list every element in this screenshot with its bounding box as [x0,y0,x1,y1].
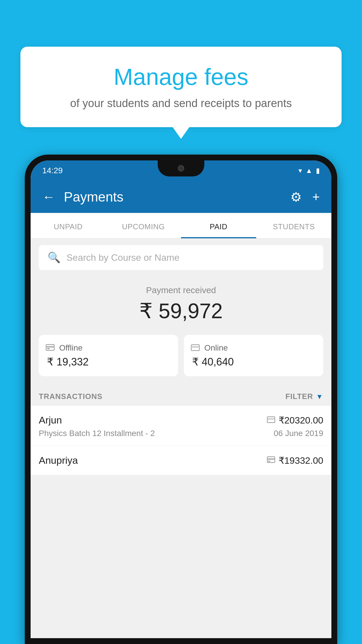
status-time: 14:29 [42,166,63,175]
wifi-icon: ▾ [298,167,302,175]
online-icon [191,343,200,353]
settings-icon[interactable]: ⚙ [290,190,302,204]
app-bar-icons: ⚙ + [290,190,320,204]
search-box[interactable]: 🔍 Search by Course or Name [39,245,323,270]
tabs: UNPAID UPCOMING PAID STUDENTS [31,213,331,239]
svg-rect-4 [191,346,199,348]
bubble-subtitle: of your students and send receipts to pa… [35,96,327,111]
payment-received-amount: ₹ 59,972 [39,299,323,323]
online-card: Online ₹ 40,640 [184,335,323,376]
search-input[interactable]: Search by Course or Name [66,252,180,263]
status-icons: ▾ ▲ ▮ [298,167,320,175]
svg-rect-1 [46,346,54,348]
tab-upcoming[interactable]: UPCOMING [106,213,181,238]
notch [158,160,204,176]
transaction-row: Arjun ₹20320.00 Physics Batch 12 Install… [31,406,331,446]
search-icon: 🔍 [48,251,61,264]
payment-cards: Offline ₹ 19,332 Online ₹ 40,640 [31,335,331,387]
transaction-name-2: Anupriya [39,455,78,466]
transaction-top-2: Anupriya ₹19332.00 [39,455,323,466]
notch-camera [178,165,184,172]
transaction-type-icon-1 [267,416,275,425]
svg-rect-6 [267,418,275,420]
signal-icon: ▲ [305,167,312,175]
transaction-type-icon-2 [267,456,275,465]
svg-rect-9 [268,461,270,462]
svg-rect-8 [267,458,275,460]
tab-students[interactable]: STUDENTS [256,213,331,238]
transaction-date-1: 06 June 2019 [274,429,323,438]
online-card-header: Online [191,343,316,353]
offline-amount: ₹ 19,332 [46,356,171,368]
online-amount: ₹ 40,640 [191,356,316,368]
offline-card-header: Offline [46,343,171,353]
transactions-label: TRANSACTIONS [39,392,103,401]
transactions-header: TRANSACTIONS FILTER ▼ [31,387,331,406]
phone-screen: 14:29 ▾ ▲ ▮ ← Payments ⚙ + UNPAID UPCOMI… [31,160,331,638]
transaction-amount-wrap-2: ₹19332.00 [267,455,323,466]
transaction-amount-wrap-1: ₹20320.00 [267,415,323,426]
battery-icon: ▮ [316,167,320,175]
transaction-course-1: Physics Batch 12 Installment - 2 [39,429,155,438]
transaction-amount-1: ₹20320.00 [279,415,323,426]
transaction-top-1: Arjun ₹20320.00 [39,414,323,426]
payment-received-label: Payment received [39,285,323,295]
offline-icon [46,343,55,353]
filter-button[interactable]: FILTER ▼ [285,392,323,401]
transaction-amount-2: ₹19332.00 [279,455,323,466]
back-button[interactable]: ← [42,190,55,204]
svg-rect-2 [47,348,50,349]
payment-received-section: Payment received ₹ 59,972 [31,276,331,335]
bubble-title: Manage fees [35,64,327,90]
speech-bubble: Manage fees of your students and send re… [20,47,342,127]
app-title: Payments [64,189,290,205]
status-bar: 14:29 ▾ ▲ ▮ [31,160,331,181]
tab-paid[interactable]: PAID [181,213,256,238]
transaction-row: Anupriya ₹19332.00 [31,446,331,475]
filter-icon: ▼ [316,393,323,401]
transaction-name-1: Arjun [39,414,62,426]
add-button[interactable]: + [312,190,320,204]
tab-unpaid[interactable]: UNPAID [31,213,106,238]
phone-frame: 14:29 ▾ ▲ ▮ ← Payments ⚙ + UNPAID UPCOMI… [25,155,337,644]
app-bar: ← Payments ⚙ + [31,181,331,213]
transaction-bottom-1: Physics Batch 12 Installment - 2 06 June… [39,429,323,438]
search-container: 🔍 Search by Course or Name [31,239,331,276]
offline-card: Offline ₹ 19,332 [39,335,178,376]
